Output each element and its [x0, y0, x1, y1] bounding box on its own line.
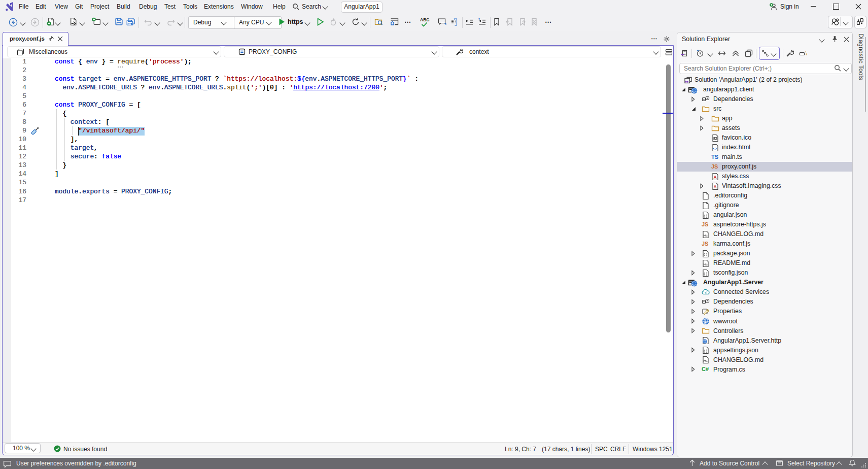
svg-text:A: A — [714, 184, 717, 189]
svg-text:2: 2 — [478, 18, 480, 21]
svg-text:A: A — [714, 175, 717, 180]
